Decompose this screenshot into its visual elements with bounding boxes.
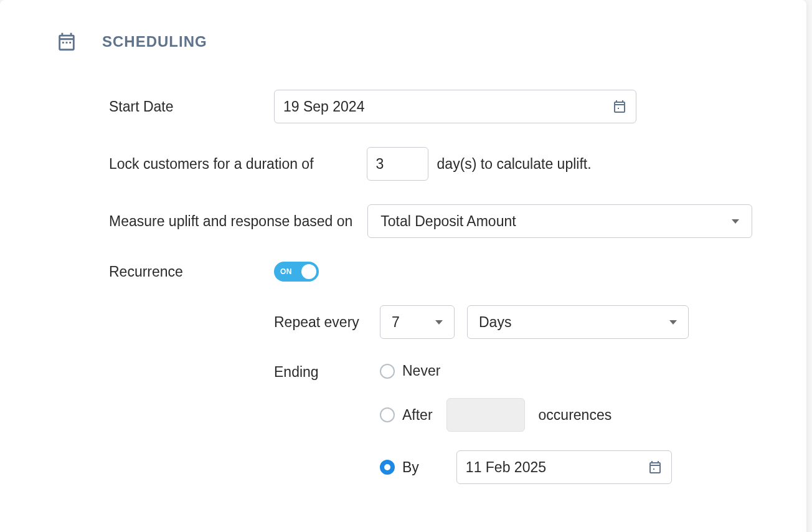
ending-by-option: By 11 Feb 2025 [380, 450, 672, 484]
section-title: SCHEDULING [102, 33, 207, 50]
repeat-unit-value: Days [479, 314, 511, 331]
repeat-count-select[interactable]: 7 [380, 305, 455, 339]
ending-never-option: Never [380, 363, 672, 379]
chevron-down-icon [435, 320, 443, 325]
recurrence-toggle[interactable]: ON [274, 262, 319, 282]
ending-by-date-input[interactable]: 11 Feb 2025 [456, 450, 672, 484]
ending-options: Never After occurences By 11 Feb 2025 [380, 363, 672, 484]
ending-never-label: Never [402, 363, 440, 379]
scheduling-panel: SCHEDULING Start Date 19 Sep 2024 Lock c… [0, 0, 806, 532]
lock-duration-input[interactable] [367, 147, 428, 181]
start-date-row: Start Date 19 Sep 2024 [109, 90, 757, 123]
uplift-select[interactable]: Total Deposit Amount [367, 204, 752, 238]
ending-after-label: After [402, 407, 433, 424]
toggle-knob [301, 264, 316, 279]
chevron-down-icon [669, 320, 677, 325]
ending-by-label: By [402, 459, 419, 476]
start-date-label: Start Date [109, 98, 274, 115]
ending-never-radio[interactable] [380, 364, 395, 379]
ending-label: Ending [274, 363, 380, 381]
start-date-value: 19 Sep 2024 [283, 98, 364, 115]
repeat-label: Repeat every [274, 314, 380, 331]
ending-row: Ending Never After occurences By 11 Feb … [274, 363, 757, 484]
chevron-down-icon [732, 219, 739, 224]
repeat-count-value: 7 [392, 314, 400, 331]
repeat-unit-select[interactable]: Days [467, 305, 689, 339]
recurrence-row: Recurrence ON [109, 262, 757, 282]
uplift-label: Measure uplift and response based on [109, 213, 352, 230]
toggle-on-label: ON [280, 267, 292, 276]
uplift-measure-row: Measure uplift and response based on Tot… [109, 204, 757, 238]
section-header: SCHEDULING [56, 31, 757, 52]
lock-suffix-label: day(s) to calculate uplift. [437, 156, 592, 173]
start-date-input[interactable]: 19 Sep 2024 [274, 90, 636, 123]
lock-prefix-label: Lock customers for a duration of [109, 156, 314, 173]
uplift-value: Total Deposit Amount [380, 213, 516, 230]
occurrences-suffix: occurences [539, 407, 612, 424]
repeat-row: Repeat every 7 Days [274, 305, 757, 339]
lock-duration-row: Lock customers for a duration of day(s) … [109, 147, 757, 181]
occurrences-input[interactable] [446, 398, 525, 432]
calendar-picker-icon [612, 99, 627, 114]
ending-after-option: After occurences [380, 398, 672, 432]
form-area: Start Date 19 Sep 2024 Lock customers fo… [109, 90, 757, 484]
calendar-icon [56, 31, 77, 52]
calendar-picker-icon [648, 460, 663, 475]
ending-by-date-value: 11 Feb 2025 [466, 459, 546, 476]
ending-after-radio[interactable] [380, 407, 395, 422]
recurrence-label: Recurrence [109, 264, 274, 280]
ending-by-radio[interactable] [380, 460, 395, 475]
